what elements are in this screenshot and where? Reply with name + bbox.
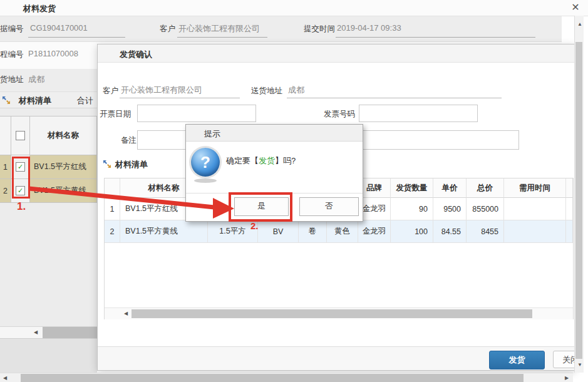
customer-label: 客户	[160, 24, 175, 34]
cell-unit-price: 84.55	[433, 220, 467, 243]
app-window: 材料发货 ✕ 据编号 CG1904170001 客户 开心装饰工程有限公司 提交…	[0, 0, 588, 382]
cell-filler	[566, 220, 573, 243]
row-material-name: BV1.5平方红线	[30, 155, 97, 179]
window-hscrollbar[interactable]: ◀ ▶	[0, 373, 573, 382]
hdr-filler	[566, 178, 573, 198]
question-icon-shadow	[194, 178, 217, 183]
left-header-name: 材料名称	[30, 116, 97, 155]
dlg-customer-underline	[120, 97, 240, 98]
delivery-address-value: 成都	[288, 85, 304, 96]
cell-ship-qty: 90	[391, 198, 433, 220]
dlg-customer-label: 客户	[103, 86, 118, 96]
cell-total-price: 8455	[467, 220, 504, 243]
scroll-left-icon[interactable]: ◀	[3, 376, 7, 381]
left-panel-hscrollbar[interactable]: ◀	[0, 326, 97, 339]
prompt-message-suffix: 】吗?	[275, 156, 296, 165]
doc-no-underline	[28, 36, 125, 38]
delivery-address-label: 送货地址	[251, 86, 282, 96]
scroll-right-icon[interactable]: ▶	[565, 376, 569, 381]
cell-need-time	[504, 198, 566, 220]
submit-time-underline	[336, 36, 535, 38]
hdr-index	[105, 178, 120, 198]
row-index: 2	[0, 179, 11, 203]
hdr-unit-price: 单价	[433, 178, 467, 198]
customer-value: 开心装饰工程有限公司	[178, 23, 260, 34]
cell-unit-price: 9500	[433, 198, 467, 220]
left-hscroll-thumb[interactable]	[43, 327, 97, 338]
cell-index: 2	[105, 220, 120, 243]
prompt-titlebar: 提示	[186, 125, 363, 142]
scroll-down-icon[interactable]: ▼	[577, 363, 582, 368]
left-panel-footer-area	[0, 338, 97, 373]
ship-button[interactable]: 发货	[489, 351, 545, 369]
hdr-ship-qty: 发货数量	[391, 178, 433, 198]
material-list-icon	[103, 160, 111, 168]
annotation-checkbox-highlight-box	[12, 157, 30, 199]
prompt-title: 提示	[204, 128, 220, 140]
dlg-customer-value: 开心装饰工程有限公司	[121, 85, 202, 96]
annotation-yes-highlight-box	[229, 192, 292, 222]
scroll-left-icon[interactable]: ◀	[34, 330, 38, 335]
tab-total[interactable]: 合计	[77, 95, 93, 106]
scroll-left-icon[interactable]: ◀	[124, 311, 128, 316]
cell-filler	[566, 198, 573, 220]
submit-time-value: 2019-04-17 09:33	[337, 23, 401, 33]
prompt-message: 确定要【发货】吗?	[226, 155, 296, 167]
cell-material-name: BV1.5平方黄线	[120, 220, 208, 243]
cell-brand: 金龙羽	[358, 220, 391, 243]
no-button[interactable]: 否	[299, 197, 359, 216]
prompt-message-highlight: 发货	[259, 156, 275, 165]
question-icon: ?	[191, 148, 220, 177]
address-label: 货地址	[0, 75, 24, 85]
project-no-value: P1811070008	[28, 49, 78, 58]
dlg-section-title: 材料清单	[115, 159, 148, 170]
remark-label: 备注	[121, 135, 137, 146]
dialog-table-hscrollbar[interactable]: ◀	[105, 307, 573, 319]
left-panel: 材料名称 1 ✓ BV1.5平方红线 2 ✓ BV1.5平方黄线 ◀	[0, 108, 97, 373]
row-index: 1	[0, 155, 11, 179]
invoice-date-input[interactable]	[137, 105, 256, 122]
hdr-need-time: 需用时间	[504, 178, 566, 198]
cell-index: 1	[105, 198, 120, 220]
window-vscrollbar[interactable]: ▲ ▼	[574, 16, 584, 373]
doc-no-value: CG1904170001	[30, 23, 88, 33]
hscroll-thumb[interactable]	[21, 374, 524, 382]
window-title: 材料发货	[23, 3, 56, 14]
hdr-total-price: 总价	[467, 178, 504, 198]
cell-model: BV	[258, 220, 299, 243]
form-row-doc: 据编号 CG1904170001 客户 开心装饰工程有限公司 提交时间 2019…	[0, 16, 562, 42]
select-all-checkbox[interactable]	[16, 131, 25, 140]
invoice-date-label: 开票日期	[100, 109, 131, 120]
prompt-message-prefix: 确定要【	[226, 156, 259, 165]
dialog-hscroll-thumb[interactable]	[132, 309, 532, 318]
dialog-titlebar: 发货确认	[98, 44, 575, 63]
close-button[interactable]: 关闭	[553, 351, 575, 368]
customer-underline	[177, 36, 267, 38]
cell-total-price: 855000	[467, 198, 504, 220]
row-material-name: BV1.5平方黄线	[30, 179, 97, 203]
dialog-footer: 发货 关闭	[98, 346, 575, 371]
submit-time-label: 提交时间	[304, 24, 335, 34]
cell-color: 黄色	[327, 220, 358, 243]
cell-ship-qty: 100	[391, 220, 433, 243]
project-no-label: 程编号	[0, 49, 24, 60]
cell-need-time	[504, 220, 566, 243]
dialog-table-row-2[interactable]: 2 BV1.5平方黄线 1.5平方 BV 卷 黄色 金龙羽 100 84.55 …	[105, 220, 573, 243]
annotation-step1: 1.	[17, 200, 26, 213]
close-icon[interactable]: ✕	[569, 1, 582, 13]
address-value: 成都	[28, 74, 44, 85]
tab-material-list[interactable]: 材料清单	[19, 95, 51, 106]
delivery-address-underline	[287, 97, 502, 98]
dialog-title: 发货确认	[120, 49, 152, 60]
window-titlebar: 材料发货 ✕	[0, 0, 588, 16]
invoice-no-input[interactable]	[359, 105, 478, 122]
material-list-icon	[2, 96, 11, 105]
cell-unit: 卷	[299, 220, 327, 243]
scroll-up-icon[interactable]: ▲	[577, 22, 582, 27]
doc-no-label: 据编号	[0, 24, 24, 34]
invoice-no-label: 发票号码	[324, 109, 355, 120]
left-header-checkbox-cell	[11, 116, 30, 155]
left-header-index-cell	[0, 116, 11, 155]
left-table-header-row: 材料名称	[0, 116, 97, 155]
vscroll-thumb[interactable]	[575, 42, 582, 359]
